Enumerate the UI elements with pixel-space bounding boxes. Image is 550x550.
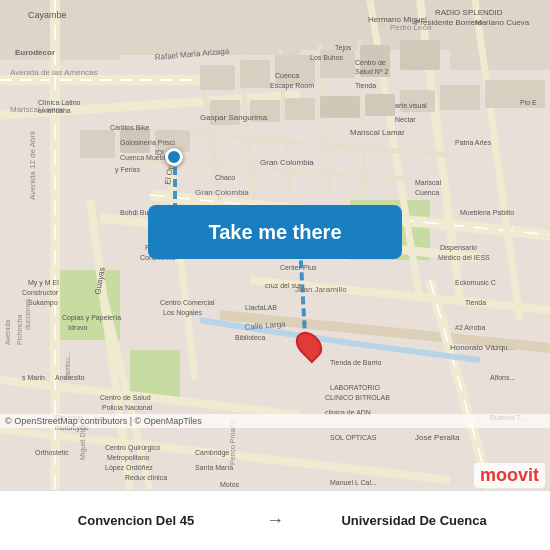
svg-text:Orthostetic: Orthostetic: [35, 449, 69, 456]
svg-rect-46: [365, 94, 395, 116]
svg-text:Pio E: Pio E: [520, 99, 537, 106]
svg-text:Eurodecor: Eurodecor: [15, 48, 55, 57]
footer-bar: Convencion Del 45 → Universidad De Cuenc…: [0, 490, 550, 550]
svg-text:Santa María: Santa María: [195, 464, 233, 471]
svg-text:Idrovo: Idrovo: [68, 324, 88, 331]
svg-text:Copias y Papelería: Copias y Papelería: [62, 314, 121, 322]
svg-text:My y M El: My y M El: [28, 279, 59, 287]
svg-text:Centro Quirúrgico: Centro Quirúrgico: [105, 444, 160, 452]
svg-text:Policía Nacional: Policía Nacional: [102, 404, 153, 411]
svg-text:LlactaLAB: LlactaLAB: [245, 304, 277, 311]
svg-text:Motos: Motos: [220, 481, 240, 488]
svg-text:Biblioteca: Biblioteca: [235, 334, 265, 341]
svg-text:Manuel L Cal...: Manuel L Cal...: [330, 479, 377, 486]
svg-text:Cuenca: Cuenca: [415, 189, 439, 196]
svg-text:RADIO SPLENDID: RADIO SPLENDID: [435, 8, 503, 17]
svg-text:Muebleria Pablito: Muebleria Pablito: [460, 209, 514, 216]
svg-text:ducciones: ducciones: [24, 298, 31, 330]
svg-text:Los Nogales: Los Nogales: [163, 309, 202, 317]
svg-text:Centro Comercial: Centro Comercial: [160, 299, 215, 306]
moovit-logo: moovit: [474, 463, 545, 488]
route-arrow-icon: →: [256, 510, 294, 531]
svg-rect-44: [285, 98, 315, 120]
svg-rect-2: [120, 0, 300, 55]
svg-text:Nectar: Nectar: [395, 116, 416, 123]
take-me-there-button[interactable]: Take me there: [148, 205, 402, 259]
map-container: Cayambe Avenida de las Américas Mariscal…: [0, 0, 550, 490]
svg-rect-45: [320, 96, 360, 118]
svg-text:Cuenca: Cuenca: [275, 72, 299, 79]
svg-text:Tienda: Tienda: [465, 299, 486, 306]
svg-text:Eckomusic C: Eckomusic C: [455, 279, 496, 286]
svg-text:Center Plus: Center Plus: [280, 264, 317, 271]
svg-text:Miguel Diaz: Miguel Diaz: [79, 423, 87, 460]
svg-text:Redux clínica: Redux clínica: [125, 474, 167, 481]
svg-text:Clínica Latino: Clínica Latino: [38, 99, 81, 106]
svg-text:Constructor: Constructor: [22, 289, 59, 296]
svg-text:Tienda: Tienda: [355, 82, 376, 89]
svg-text:Avenida 12 de Abril: Avenida 12 de Abril: [28, 131, 37, 200]
svg-text:americana: americana: [38, 107, 71, 114]
route-from-label: Convencion Del 45: [16, 513, 256, 528]
svg-text:Los Buhos: Los Buhos: [310, 54, 344, 61]
svg-rect-38: [275, 55, 315, 85]
svg-text:Salud Nº 2: Salud Nº 2: [355, 68, 388, 75]
svg-text:Mariscal: Mariscal: [415, 179, 442, 186]
svg-text:IDI: IDI: [155, 149, 164, 156]
svg-text:Alfons...: Alfons...: [490, 374, 515, 381]
svg-text:cruz del sur: cruz del sur: [265, 282, 302, 289]
svg-text:Gaspar Sangurima: Gaspar Sangurima: [200, 113, 268, 122]
svg-text:Zambu...: Zambu...: [64, 352, 71, 380]
svg-text:Cayambe: Cayambe: [28, 10, 67, 20]
svg-text:Médico del IESS: Médico del IESS: [438, 254, 490, 261]
route-to-label: Universidad De Cuenca: [294, 513, 534, 528]
svg-text:SOL OPTICAS: SOL OPTICAS: [330, 434, 377, 441]
map-attribution: © OpenStreetMap contributors | © OpenMap…: [0, 414, 550, 428]
svg-text:José Peralta: José Peralta: [415, 433, 460, 442]
svg-rect-48: [440, 85, 480, 110]
svg-text:#2 Arroba: #2 Arroba: [455, 324, 485, 331]
svg-text:Patria Artes: Patria Artes: [455, 139, 492, 146]
svg-text:Avenida: Avenida: [4, 320, 11, 345]
svg-text:Juan Jaramillo: Juan Jaramillo: [295, 285, 347, 294]
svg-rect-36: [200, 65, 235, 90]
svg-text:Dispensario: Dispensario: [440, 244, 477, 252]
svg-text:Pedro León: Pedro León: [390, 23, 431, 32]
svg-text:Chaco: Chaco: [215, 174, 235, 181]
svg-text:Metropolitano: Metropolitano: [107, 454, 150, 462]
svg-text:LABORATORIO: LABORATORIO: [330, 384, 380, 391]
svg-text:Escape Room: Escape Room: [270, 82, 314, 90]
svg-text:Pichincha: Pichincha: [16, 315, 23, 345]
svg-text:López Ordóñez: López Ordóñez: [105, 464, 153, 472]
origin-marker: [165, 148, 183, 166]
svg-text:Avenida de las Américas: Avenida de las Américas: [10, 68, 97, 77]
svg-text:Tienda de Barrio: Tienda de Barrio: [330, 359, 382, 366]
svg-text:Mariscal Lamar: Mariscal Lamar: [350, 128, 405, 137]
svg-text:CLINICO BITROLAB: CLINICO BITROLAB: [325, 394, 390, 401]
svg-text:Centro de: Centro de: [355, 59, 386, 66]
svg-rect-41: [400, 40, 440, 70]
svg-text:Cambridge: Cambridge: [195, 449, 229, 457]
svg-rect-50: [80, 130, 115, 158]
svg-text:Honorato Vázqu...: Honorato Vázqu...: [450, 343, 514, 352]
svg-text:s Marin: s Marin: [22, 374, 45, 381]
svg-rect-37: [240, 60, 270, 88]
svg-text:Tejos: Tejos: [335, 44, 352, 52]
destination-marker: [298, 330, 320, 360]
svg-text:Centro de Salud: Centro de Salud: [100, 394, 151, 401]
svg-text:Gran Colombia: Gran Colombia: [195, 188, 249, 197]
svg-text:Mariano Cueva: Mariano Cueva: [475, 18, 530, 27]
svg-text:Carlitos Bike: Carlitos Bike: [110, 124, 149, 131]
svg-text:Gran Colombia: Gran Colombia: [260, 158, 314, 167]
svg-text:y Ferias: y Ferias: [115, 166, 140, 174]
svg-text:arte.visual: arte.visual: [395, 102, 427, 109]
svg-text:Golosinería Prisci: Golosinería Prisci: [120, 139, 175, 146]
svg-text:Sukampo: Sukampo: [28, 299, 58, 307]
